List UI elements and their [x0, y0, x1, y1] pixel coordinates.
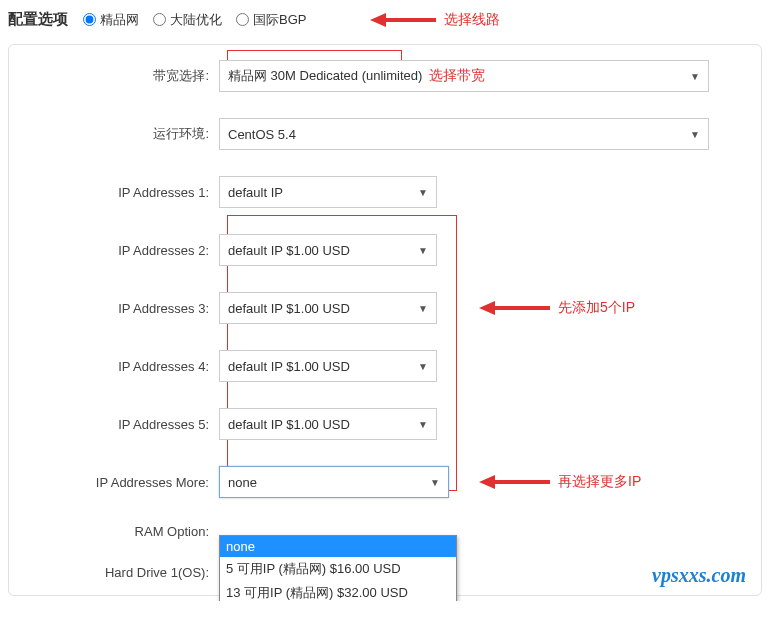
- radio-bgp-label: 国际BGP: [253, 11, 306, 29]
- radio-mainland-label: 大陆优化: [170, 11, 222, 29]
- radio-mainland-input[interactable]: [153, 13, 166, 26]
- anno-line: 选择线路: [444, 11, 500, 29]
- select-ip1[interactable]: default IP ▼: [219, 176, 437, 208]
- radio-mainland[interactable]: 大陆优化: [153, 11, 222, 29]
- select-os[interactable]: CentOS 5.4 ▼: [219, 118, 709, 150]
- radio-premium-label: 精品网: [100, 11, 139, 29]
- select-ip4-value: default IP $1.00 USD: [228, 359, 350, 374]
- arrow-line: 选择线路: [370, 11, 500, 29]
- select-bandwidth[interactable]: 精品网 30M Dedicated (unlimited) 选择带宽 ▼: [219, 60, 709, 92]
- label-os: 运行环境:: [19, 125, 219, 143]
- arrow-addips: 先添加5个IP: [479, 299, 635, 317]
- caret-icon: ▼: [418, 303, 428, 314]
- caret-icon: ▼: [690, 129, 700, 140]
- label-bandwidth: 带宽选择:: [19, 67, 219, 85]
- ipmore-dropdown[interactable]: none 5 可用IP (精品网) $16.00 USD 13 可用IP (精品…: [219, 535, 457, 601]
- radio-premium-input[interactable]: [83, 13, 96, 26]
- select-os-value: CentOS 5.4: [228, 127, 296, 142]
- anno-bandwidth: 选择带宽: [429, 67, 485, 85]
- label-ipmore: IP Addresses More:: [19, 475, 219, 490]
- caret-icon: ▼: [690, 71, 700, 82]
- caret-icon: ▼: [418, 187, 428, 198]
- arrow-moreips: 再选择更多IP: [479, 473, 641, 491]
- select-ip4[interactable]: default IP $1.00 USD ▼: [219, 350, 437, 382]
- watermark: vpsxxs.com: [652, 564, 746, 587]
- caret-icon: ▼: [418, 361, 428, 372]
- select-ip5[interactable]: default IP $1.00 USD ▼: [219, 408, 437, 440]
- caret-icon: ▼: [418, 419, 428, 430]
- anno-moreips: 再选择更多IP: [558, 473, 641, 491]
- select-bandwidth-value: 精品网 30M Dedicated (unlimited): [228, 67, 422, 85]
- label-ip1: IP Addresses 1:: [19, 185, 219, 200]
- select-ip5-value: default IP $1.00 USD: [228, 417, 350, 432]
- caret-icon: ▼: [430, 477, 440, 488]
- select-ip2-value: default IP $1.00 USD: [228, 243, 350, 258]
- anno-addips: 先添加5个IP: [558, 299, 635, 317]
- label-ram: RAM Option:: [19, 524, 219, 539]
- dropdown-opt-2[interactable]: 13 可用IP (精品网) $32.00 USD: [220, 581, 456, 601]
- config-title: 配置选项: [8, 10, 68, 29]
- label-ip2: IP Addresses 2:: [19, 243, 219, 258]
- label-ip5: IP Addresses 5:: [19, 417, 219, 432]
- radio-premium[interactable]: 精品网: [83, 11, 139, 29]
- line-radio-group: 精品网 大陆优化 国际BGP: [83, 11, 306, 29]
- select-ip2[interactable]: default IP $1.00 USD ▼: [219, 234, 437, 266]
- label-hdd: Hard Drive 1(OS):: [19, 565, 219, 580]
- radio-bgp[interactable]: 国际BGP: [236, 11, 306, 29]
- caret-icon: ▼: [418, 245, 428, 256]
- select-ip3[interactable]: default IP $1.00 USD ▼: [219, 292, 437, 324]
- select-ipmore-value: none: [228, 475, 257, 490]
- dropdown-opt-0[interactable]: none: [220, 536, 456, 557]
- dropdown-opt-1[interactable]: 5 可用IP (精品网) $16.00 USD: [220, 557, 456, 581]
- radio-bgp-input[interactable]: [236, 13, 249, 26]
- select-ip3-value: default IP $1.00 USD: [228, 301, 350, 316]
- select-ipmore[interactable]: none ▼: [219, 466, 449, 498]
- label-ip4: IP Addresses 4:: [19, 359, 219, 374]
- label-ip3: IP Addresses 3:: [19, 301, 219, 316]
- select-ip1-value: default IP: [228, 185, 283, 200]
- form-box: 带宽选择: 精品网 30M Dedicated (unlimited) 选择带宽…: [8, 44, 762, 596]
